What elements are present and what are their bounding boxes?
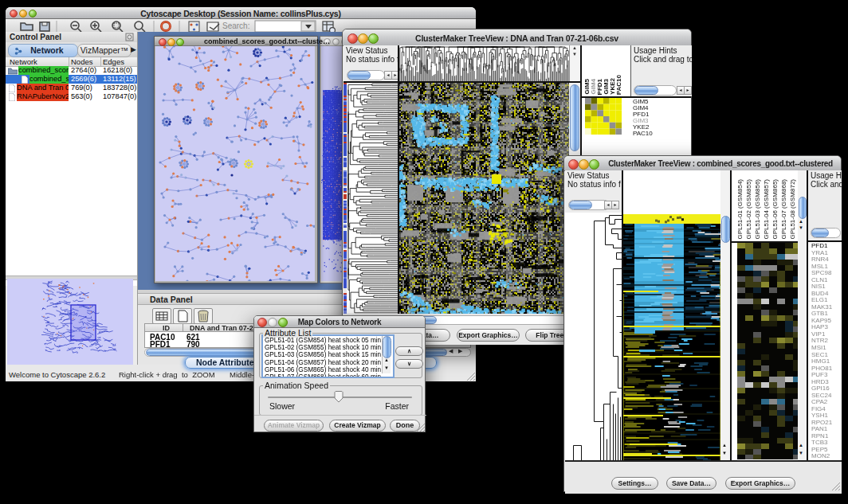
svg-text:Search:: Search: — [222, 21, 249, 30]
